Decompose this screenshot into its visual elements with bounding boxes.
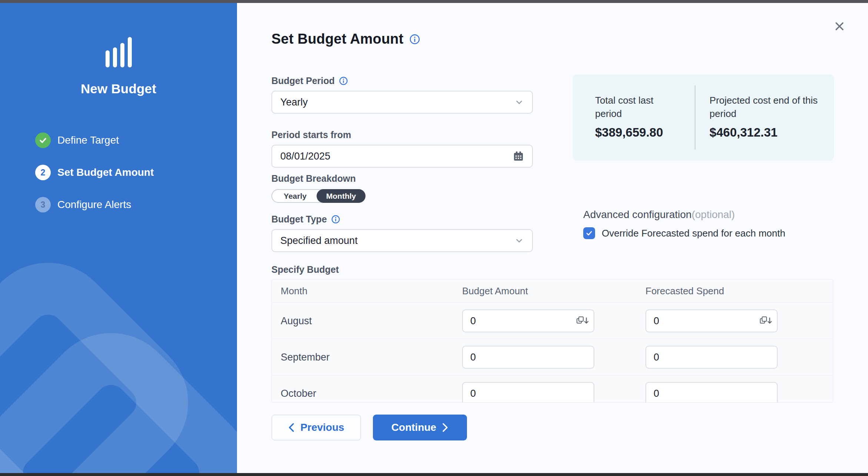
wizard-sidebar: New Budget Define Target 2 Set Budget Am… — [0, 3, 237, 473]
page-title: Set Budget Amount — [271, 31, 404, 47]
override-forecast-label: Override Forecasted spend for each month — [602, 228, 785, 239]
toggle-option-monthly[interactable]: Monthly — [317, 189, 365, 203]
continue-button[interactable]: Continue — [373, 415, 467, 440]
override-forecast-checkbox[interactable] — [583, 227, 595, 239]
step-number-badge: 3 — [35, 197, 51, 212]
month-cell: September — [281, 351, 330, 363]
set-budget-amount-panel: Set Budget Amount Budget Period Yearly P… — [237, 3, 868, 473]
period-start-date-input[interactable] — [280, 151, 513, 162]
step-label: Define Target — [57, 134, 119, 146]
period-starts-from-label: Period starts from — [271, 130, 351, 140]
step-number-badge: 2 — [35, 165, 51, 180]
window-top-bar — [0, 0, 868, 3]
info-icon[interactable] — [410, 34, 420, 44]
window-bottom-bar — [0, 473, 868, 476]
step-label: Set Budget Amount — [57, 167, 154, 178]
wizard-title: New Budget — [0, 81, 237, 96]
chevron-down-icon — [514, 97, 524, 107]
table-row-august: August — [272, 303, 833, 339]
budget-type-select[interactable]: Specified amount — [271, 229, 533, 252]
wizard-steps: Define Target 2 Set Budget Amount 3 Conf… — [35, 133, 154, 229]
chevron-down-icon — [514, 236, 524, 245]
previous-button-label: Previous — [300, 422, 344, 433]
copy-down-icon[interactable] — [576, 315, 589, 326]
calendar-icon[interactable] — [513, 151, 524, 162]
table-header: Month Budget Amount Forecasted Spend — [272, 279, 833, 303]
budget-amount-input-august[interactable] — [462, 309, 594, 332]
total-cost-value: $389,659.80 — [595, 125, 695, 140]
info-icon[interactable] — [331, 215, 340, 224]
forecasted-spend-input-august[interactable] — [645, 309, 778, 332]
previous-button[interactable]: Previous — [271, 415, 361, 440]
projected-cost-value: $460,312.31 — [710, 125, 834, 140]
budget-breakdown-label: Budget Breakdown — [271, 173, 356, 184]
column-header-forecasted-spend: Forecasted Spend — [645, 285, 724, 297]
table-row-september: September — [272, 339, 833, 375]
forecasted-spend-input-october[interactable] — [645, 382, 778, 403]
period-start-date-field[interactable] — [271, 145, 533, 168]
copy-down-icon[interactable] — [759, 315, 772, 326]
forecasted-spend-input-september[interactable] — [645, 346, 778, 369]
specify-budget-label: Specify Budget — [271, 264, 339, 275]
projected-cost-label: Projected cost end of this period — [710, 94, 824, 120]
column-header-month: Month — [281, 285, 307, 297]
continue-button-label: Continue — [391, 422, 436, 433]
budget-type-value: Specified amount — [280, 235, 514, 247]
optional-hint: (optional) — [692, 209, 735, 220]
budget-period-select[interactable]: Yearly — [271, 91, 533, 114]
specify-budget-table: Month Budget Amount Forecasted Spend Aug… — [271, 279, 833, 403]
toggle-option-yearly[interactable]: Yearly — [272, 190, 318, 202]
close-icon[interactable] — [831, 18, 848, 35]
bar-chart-logo-icon — [0, 36, 237, 67]
budget-period-value: Yearly — [280, 97, 514, 108]
month-cell: October — [281, 388, 316, 399]
table-row-october: October — [272, 375, 833, 403]
chevron-left-icon — [288, 423, 294, 432]
chevron-right-icon — [442, 423, 448, 432]
info-icon[interactable] — [339, 77, 348, 85]
total-cost-label: Total cost last period — [595, 94, 673, 120]
step-set-budget-amount[interactable]: 2 Set Budget Amount — [35, 165, 154, 180]
budget-period-label: Budget Period — [271, 76, 335, 86]
budget-amount-input-september[interactable] — [462, 346, 594, 369]
month-cell: August — [281, 315, 312, 326]
budget-breakdown-toggle[interactable]: Yearly Monthly — [271, 189, 365, 203]
budget-type-label: Budget Type — [271, 214, 327, 225]
step-label: Configure Alerts — [57, 199, 131, 211]
step-complete-check-icon — [35, 133, 51, 148]
column-header-budget-amount: Budget Amount — [462, 285, 528, 297]
step-define-target[interactable]: Define Target — [35, 133, 154, 148]
step-configure-alerts[interactable]: 3 Configure Alerts — [35, 197, 154, 212]
budget-amount-input-october[interactable] — [462, 382, 594, 403]
advanced-configuration-heading: Advanced configuration(optional) — [583, 209, 785, 221]
cost-summary-card: Total cost last period $389,659.80 Proje… — [573, 74, 834, 161]
